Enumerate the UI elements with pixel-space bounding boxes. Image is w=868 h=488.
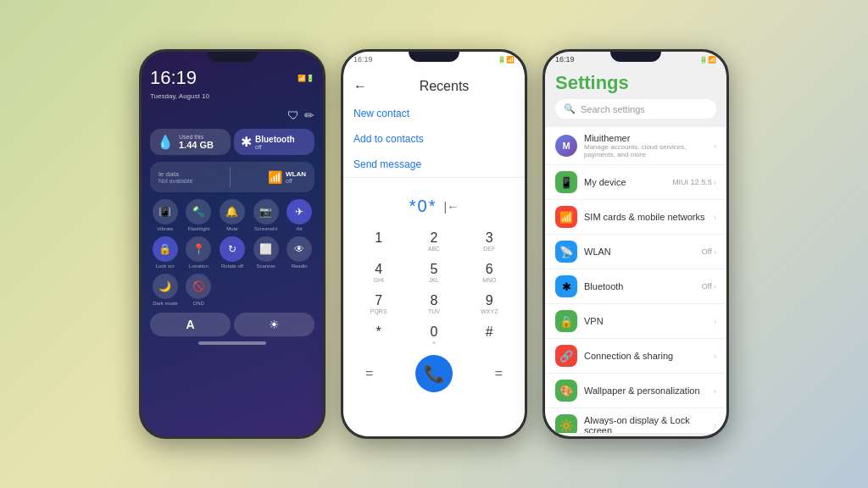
status-icons-1: 📶🔋 <box>298 75 314 82</box>
wallpaper-icon: 🎨 <box>555 380 577 402</box>
scanner-btn[interactable]: ⬜ <box>253 236 279 262</box>
airplane-btn[interactable]: ✈ <box>287 199 312 225</box>
flashlight-tile[interactable]: 🔦 Flashlight <box>184 199 214 231</box>
mydevice-icon: 📱 <box>555 171 577 193</box>
rotate-tile[interactable]: ↻ Rotate off <box>217 236 248 269</box>
back-button[interactable]: ← <box>353 79 367 94</box>
dnd-tile[interactable]: 🚫 DND <box>184 274 214 306</box>
settings-search-bar[interactable]: 🔍 Search settings <box>555 99 716 119</box>
phone-notch-3 <box>610 52 661 62</box>
key-8[interactable]: 8 TUV <box>407 289 460 319</box>
connection-right: › <box>714 352 716 361</box>
key-4[interactable]: 4 GHI <box>352 258 405 287</box>
new-contact-btn[interactable]: New contact <box>353 101 515 126</box>
data-label: Used this <box>179 134 214 140</box>
lockscreen-label: Lock scr <box>156 263 175 269</box>
reading-btn[interactable]: 👁 <box>287 236 312 262</box>
mute-btn[interactable]: 🔔 <box>220 199 245 225</box>
extra-right[interactable]: = <box>495 366 503 381</box>
settings-item-bluetooth[interactable]: ✱ Bluetooth Off › <box>545 269 726 304</box>
add-to-contacts-btn[interactable]: Add to contacts <box>353 126 515 152</box>
phone-1-screen: 16:19 📶🔋 Tuesday, August 10 🛡 ✏ 💧 Used t… <box>142 52 323 436</box>
extra-left[interactable]: = <box>365 366 373 381</box>
recents-header: ← Recents <box>343 65 525 101</box>
dialer-display: *0* |← <box>399 193 469 219</box>
key-7[interactable]: 7 PQRS <box>352 289 405 319</box>
vpn-right: › <box>714 317 716 326</box>
screenshot-btn[interactable]: 📷 <box>253 199 279 225</box>
key-5[interactable]: 5 JKL <box>407 258 460 287</box>
send-message-btn[interactable]: Send message <box>353 152 515 177</box>
settings-item-wallpaper[interactable]: 🎨 Wallpaper & personalization › <box>545 374 726 408</box>
sim-right: › <box>714 213 716 222</box>
settings-item-vpn[interactable]: 🔒 VPN › <box>545 304 726 339</box>
miuithemer-right: › <box>714 141 716 151</box>
wifi-widget[interactable]: 📶 WLAN off <box>268 170 306 184</box>
bt-label: Bluetooth <box>255 135 295 144</box>
data-usage-card[interactable]: 💧 Used this 1.44 GB <box>150 129 231 155</box>
lockscreen-btn[interactable]: 🔒 <box>153 236 178 262</box>
bluetooth-icon-card: ✱ <box>241 134 252 150</box>
search-icon: 🔍 <box>564 103 576 114</box>
phone-notch-1 <box>207 52 258 62</box>
vibrate-btn[interactable]: 📳 <box>153 199 178 225</box>
chevron-icon-9: › <box>714 421 716 430</box>
reading-tile[interactable]: 👁 Readin <box>284 236 314 269</box>
call-button[interactable]: 📞 <box>415 355 453 392</box>
aod-content: Always-on display & Lock screen <box>584 415 707 433</box>
key-3[interactable]: 3 DEF <box>463 226 516 256</box>
delete-icon[interactable]: |← <box>444 200 459 214</box>
home-indicator-1[interactable] <box>198 341 266 345</box>
chevron-icon-6: › <box>714 317 716 326</box>
location-btn[interactable]: 📍 <box>186 236 211 262</box>
key-0[interactable]: 0 + <box>407 320 460 350</box>
brightness-btn[interactable]: ☀ <box>234 313 314 336</box>
mydevice-value: MIUI 12.5.5 <box>672 178 712 186</box>
vpn-icon: 🔒 <box>555 310 577 332</box>
location-tile[interactable]: 📍 Location <box>184 236 214 269</box>
bluetooth-card[interactable]: ✱ Bluetooth off <box>234 129 314 155</box>
airplane-tile[interactable]: ✈ Air <box>284 199 314 231</box>
settings-item-sim[interactable]: 📶 SIM cards & mobile networks › <box>545 200 726 235</box>
screenshot-tile[interactable]: 📷 Screensht <box>251 199 281 231</box>
aod-right: › <box>714 421 716 430</box>
phone-notch-2 <box>409 52 459 62</box>
clock-2: 16:19 <box>353 55 373 64</box>
divider <box>230 167 231 187</box>
quick-grid-2: 🔒 Lock scr 📍 Location ↻ Rotate off ⬜ Sca… <box>150 236 314 269</box>
key-1[interactable]: 1 <box>352 226 405 256</box>
darkmode-btn[interactable]: 🌙 <box>153 274 178 299</box>
settings-item-aod[interactable]: 🔆 Always-on display & Lock screen › <box>545 408 726 433</box>
darkmode-tile[interactable]: 🌙 Dark mode <box>150 274 181 306</box>
key-2[interactable]: 2 ABC <box>407 226 460 256</box>
quick-grid-3: 🌙 Dark mode 🚫 DND <box>150 274 314 306</box>
settings-item-wlan[interactable]: 📡 WLAN Off › <box>545 235 726 269</box>
settings-item-connection[interactable]: 🔗 Connection & sharing › <box>545 339 726 374</box>
connection-title: Connection & sharing <box>584 351 707 361</box>
key-hash[interactable]: # <box>463 320 516 350</box>
settings-item-miuithemer[interactable]: M Miuithemer Manage accounts, cloud serv… <box>545 127 726 165</box>
mute-tile[interactable]: 🔔 Mute <box>217 199 248 231</box>
key-9[interactable]: 9 WXYZ <box>463 289 516 319</box>
app-lock-btn[interactable]: A <box>150 313 231 336</box>
key-star[interactable]: * <box>352 320 405 350</box>
scanner-tile[interactable]: ⬜ Scanner <box>251 236 281 269</box>
recents-screen: 16:19 🔋📶 ← Recents New contact Add to co… <box>343 52 525 436</box>
bluetooth-title: Bluetooth <box>584 281 695 291</box>
keypad: 1 2 ABC 3 DEF 4 GHI <box>352 226 516 350</box>
avatar-miuithemer: M <box>555 135 577 157</box>
lockscreen-tile[interactable]: 🔒 Lock scr <box>150 236 181 269</box>
mydevice-content: My device <box>584 177 665 187</box>
settings-item-mydevice[interactable]: 📱 My device MIUI 12.5.5 › <box>545 165 726 200</box>
wlan-content: WLAN <box>584 247 695 257</box>
date-1: Tuesday, August 10 <box>150 92 314 100</box>
key-6[interactable]: 6 MNO <box>463 258 516 287</box>
flashlight-btn[interactable]: 🔦 <box>186 199 211 225</box>
vibrate-tile[interactable]: 📳 Vibrate <box>150 199 181 231</box>
mobile-label: le data <box>159 170 192 178</box>
status-icons-2: 🔋📶 <box>498 55 515 64</box>
rotate-btn[interactable]: ↻ <box>220 236 245 262</box>
dnd-btn[interactable]: 🚫 <box>186 274 211 299</box>
phone-2: 16:19 🔋📶 ← Recents New contact Add to co… <box>341 49 527 439</box>
recents-title: Recents <box>374 79 515 94</box>
